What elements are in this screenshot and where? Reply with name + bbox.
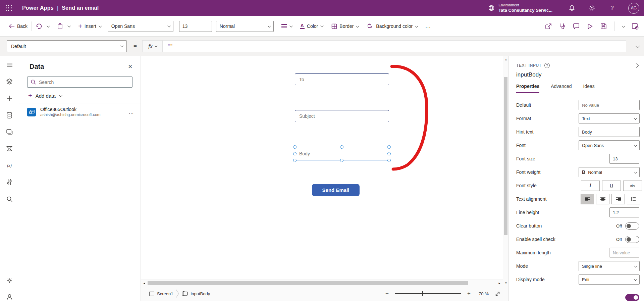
help-icon[interactable]: ? bbox=[608, 4, 616, 12]
menu-hamburger-icon[interactable] bbox=[6, 61, 13, 68]
app-checker-icon[interactable] bbox=[559, 23, 566, 30]
publish-icon[interactable] bbox=[632, 23, 639, 30]
paste-button[interactable] bbox=[57, 23, 63, 30]
align-left-button[interactable] bbox=[581, 194, 594, 204]
tree-view-icon[interactable] bbox=[6, 78, 13, 85]
resize-handle-s[interactable] bbox=[340, 159, 343, 162]
settings-rail-gear-icon[interactable] bbox=[6, 277, 13, 284]
add-data-button[interactable]: + Add data bbox=[28, 92, 132, 99]
undo-button[interactable] bbox=[36, 23, 42, 29]
save-icon[interactable] bbox=[600, 23, 607, 30]
background-color-button[interactable]: Background color bbox=[367, 23, 417, 29]
font-weight-property-dropdown[interactable]: BNormal bbox=[579, 167, 640, 177]
comments-icon[interactable] bbox=[573, 23, 580, 30]
zoom-slider-knob[interactable] bbox=[422, 291, 423, 296]
formula-expression[interactable]: "" bbox=[163, 41, 177, 52]
display-mode-dropdown[interactable]: Edit bbox=[579, 274, 640, 285]
fit-to-window-icon[interactable] bbox=[495, 291, 500, 297]
breadcrumb-control[interactable]: inputBody bbox=[191, 291, 210, 296]
canvas-input-to[interactable]: To bbox=[295, 73, 389, 85]
fx-dropdown[interactable]: fx bbox=[143, 41, 163, 52]
zoom-out-button[interactable]: − bbox=[383, 290, 391, 297]
zoom-in-button[interactable]: + bbox=[465, 290, 473, 297]
data-source-more-button[interactable]: ... bbox=[129, 109, 134, 115]
border-button[interactable]: Border bbox=[331, 23, 358, 29]
zoom-slider[interactable] bbox=[395, 293, 461, 294]
author-tools-icon[interactable] bbox=[6, 294, 13, 300]
font-style-menu-button[interactable] bbox=[281, 24, 292, 29]
font-dropdown[interactable]: Open Sans bbox=[579, 140, 640, 150]
app-canvas[interactable]: To Subject Body Send Email ▲ ▼ bbox=[141, 56, 508, 301]
power-automate-icon[interactable] bbox=[6, 145, 13, 152]
insert-button[interactable]: + Insert bbox=[78, 22, 101, 30]
italic-button[interactable]: I bbox=[581, 181, 600, 191]
variables-icon[interactable]: (x) bbox=[6, 162, 13, 169]
avatar[interactable]: AG bbox=[628, 3, 639, 14]
resize-handle-nw[interactable] bbox=[293, 145, 297, 149]
scroll-down-arrow[interactable]: ▼ bbox=[503, 280, 508, 286]
search-rail-icon[interactable] bbox=[6, 196, 13, 202]
settings-gear-icon[interactable] bbox=[588, 4, 596, 12]
horizontal-scroll-thumb[interactable] bbox=[148, 281, 468, 285]
strikethrough-button[interactable]: abc bbox=[623, 181, 642, 191]
font-size-property-input[interactable] bbox=[609, 154, 639, 164]
close-icon[interactable]: ✕ bbox=[128, 63, 132, 70]
insert-plus-icon[interactable] bbox=[6, 95, 13, 102]
help-circle-icon[interactable]: ? bbox=[544, 63, 550, 68]
canvas-vertical-scrollbar[interactable]: ▲ ▼ bbox=[503, 56, 508, 286]
clear-button-toggle[interactable] bbox=[625, 222, 639, 230]
share-icon[interactable] bbox=[545, 23, 552, 30]
controls-sliders-icon[interactable] bbox=[6, 179, 13, 186]
resize-handle-n[interactable] bbox=[340, 145, 343, 149]
canvas-input-body[interactable]: Body bbox=[295, 147, 389, 160]
tab-ideas[interactable]: Ideas bbox=[583, 84, 595, 93]
canvas-horizontal-scrollbar[interactable]: ◄ ► bbox=[141, 280, 503, 286]
back-button[interactable]: Back bbox=[9, 23, 28, 29]
app-launcher-icon[interactable] bbox=[5, 4, 13, 12]
save-menu-chevron[interactable] bbox=[622, 25, 624, 28]
more-commands-button[interactable]: ... bbox=[425, 23, 431, 29]
resize-handle-se[interactable] bbox=[387, 159, 391, 162]
color-button[interactable]: A Color bbox=[300, 23, 323, 29]
hint-text-input[interactable] bbox=[579, 127, 640, 137]
property-selector-dropdown[interactable]: Default bbox=[7, 40, 127, 52]
search-input[interactable] bbox=[39, 80, 129, 85]
resize-handle-sw[interactable] bbox=[293, 159, 297, 162]
media-screens-icon[interactable] bbox=[6, 129, 13, 135]
canvas-input-subject[interactable]: Subject bbox=[295, 110, 389, 122]
breadcrumb-screen[interactable]: Screen1 bbox=[157, 291, 173, 296]
tab-properties[interactable]: Properties bbox=[516, 84, 539, 93]
line-height-input[interactable] bbox=[609, 207, 639, 217]
vertical-scroll-thumb[interactable] bbox=[504, 77, 507, 235]
align-center-button[interactable] bbox=[596, 194, 609, 204]
undo-menu-chevron[interactable] bbox=[47, 25, 49, 28]
scroll-up-arrow[interactable]: ▲ bbox=[503, 57, 508, 62]
resize-handle-ne[interactable] bbox=[387, 145, 391, 149]
data-source-office365outlook[interactable]: Office365Outlook ashish@ashishg.onmicros… bbox=[19, 103, 141, 121]
spell-check-toggle[interactable] bbox=[625, 236, 639, 243]
scroll-left-arrow[interactable]: ◄ bbox=[141, 280, 148, 287]
font-family-dropdown[interactable]: Open Sans bbox=[108, 21, 173, 32]
format-dropdown[interactable]: Text bbox=[579, 113, 640, 123]
formula-bar-expand-chevron[interactable] bbox=[636, 43, 639, 49]
environment-picker[interactable]: Environment Tata Consultancy Servic... bbox=[488, 3, 552, 13]
mode-dropdown[interactable]: Single line bbox=[579, 261, 640, 271]
align-right-button[interactable] bbox=[611, 194, 625, 204]
font-size-input[interactable] bbox=[179, 21, 212, 32]
partial-on-toggle[interactable] bbox=[625, 294, 639, 301]
notifications-bell-icon[interactable] bbox=[568, 4, 576, 12]
align-justify-button[interactable] bbox=[627, 194, 640, 204]
tab-advanced[interactable]: Advanced bbox=[551, 84, 572, 93]
font-weight-dropdown[interactable]: Normal bbox=[216, 21, 274, 32]
preview-play-icon[interactable] bbox=[587, 23, 593, 30]
data-cylinder-icon[interactable] bbox=[6, 112, 13, 118]
resize-handle-w[interactable] bbox=[293, 152, 297, 155]
resize-handle-e[interactable] bbox=[387, 152, 391, 155]
collapse-panel-chevron-icon[interactable] bbox=[635, 63, 638, 68]
paste-menu-chevron[interactable] bbox=[67, 25, 70, 28]
scroll-right-arrow[interactable]: ► bbox=[496, 280, 503, 287]
canvas-send-email-button[interactable]: Send Email bbox=[312, 184, 360, 196]
maximum-length-input[interactable] bbox=[609, 248, 639, 258]
underline-button[interactable]: U bbox=[602, 181, 621, 191]
default-value-input[interactable] bbox=[579, 100, 640, 110]
